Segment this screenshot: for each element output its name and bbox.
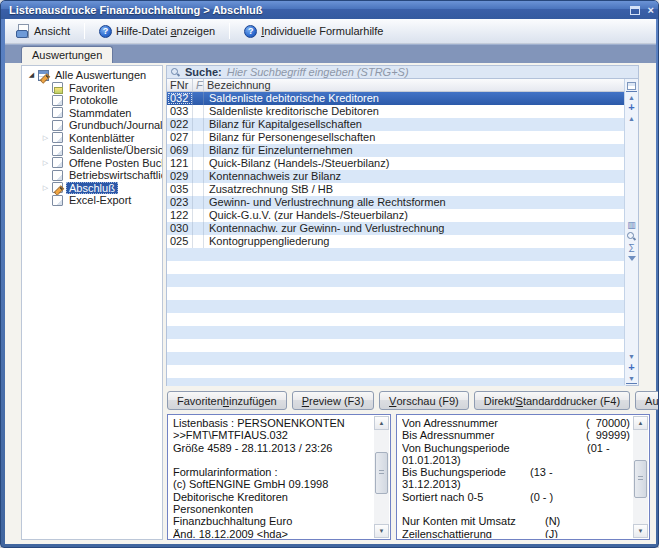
app-window: Listenausdrucke Finanzbuchhaltung > Absc… (0, 0, 659, 548)
table-row[interactable]: 029Kontennachweis zur Bilanz (167, 170, 626, 183)
columns-icon[interactable] (626, 220, 637, 231)
expander-icon[interactable] (40, 184, 51, 192)
column-header-bezeichnung[interactable]: Bezeichnung (204, 79, 626, 91)
help-icon (99, 25, 112, 38)
ansicht-label: Ansicht (34, 25, 70, 37)
table-row[interactable]: 030Kontennachw. zur Gewinn- und Verlustr… (167, 222, 626, 235)
scroll-down-icon[interactable] (633, 524, 648, 538)
filter-icon[interactable] (626, 253, 637, 264)
window-title: Listenausdrucke Finanzbuchhaltung > Absc… (9, 4, 630, 16)
auswertung-drucken-button[interactable]: Auswertung drucken (635, 391, 659, 410)
report-options-text: Von Adressnummer( 70000) Bis Adressnumme… (402, 417, 632, 538)
sidebar-item-alle-auswertungen[interactable]: Alle Auswertungen (22, 69, 162, 82)
sum-icon[interactable] (626, 242, 637, 253)
table-row[interactable]: 023Gewinn- und Verlustrechnung alle Rech… (167, 196, 626, 209)
sidebar-tree: Alle Auswertungen Favoriten Protokolle S… (21, 65, 163, 540)
sidebar-item-kontenblaetter[interactable]: Kontenblätter (22, 132, 162, 145)
direkt-standarddrucker-button[interactable]: Direkt/Standarddrucker (F4) (474, 391, 630, 410)
document-icon (52, 107, 63, 118)
expander-icon[interactable] (40, 134, 51, 142)
select-all-icon[interactable] (627, 82, 636, 90)
document-icon (52, 195, 63, 206)
search-rows-icon[interactable] (626, 231, 637, 242)
sidebar-item-saldenliste-uebersicht[interactable]: Saldenliste/Übersicht (22, 144, 162, 157)
empty-rows-area (167, 248, 626, 386)
table-row[interactable]: 035Zusatzrechnung StB / HB (167, 183, 626, 196)
sidebar-item-abschluss[interactable]: Abschluß (22, 182, 162, 195)
append-row-icon[interactable] (626, 362, 637, 373)
action-button-row: Favoriten hinzufügen Preview (F3) Vorsch… (167, 391, 659, 410)
toolbar: Ansicht Hilfe-Datei anzeigen Individuell… (5, 19, 656, 44)
sidebar-item-betriebswirtschaftliche-auswertungen[interactable]: Betriebswirtschaftliche Auswertungen (22, 169, 162, 182)
report-root-icon (38, 70, 49, 81)
document-edit-icon (52, 182, 63, 193)
hilfe-datei-label: Hilfe-Datei anzeigen (116, 25, 215, 37)
search-icon (171, 68, 180, 77)
table-row[interactable]: 025Kontogruppengliederung (167, 235, 626, 248)
table-row[interactable]: 121Quick-Bilanz (Handels-/Steuerbilanz) (167, 157, 626, 170)
sidebar-item-protokolle[interactable]: Protokolle (22, 94, 162, 107)
document-icon (52, 120, 63, 131)
scroll-thumb[interactable] (375, 452, 388, 494)
report-table: FNr F Bezeichnung 032Saldenliste debitor… (166, 79, 639, 386)
table-row[interactable]: 122Quick-G.u.V. (zur Handels-/Steuerbila… (167, 209, 626, 222)
grid-scroll-strip (624, 79, 638, 385)
restore-icon[interactable] (630, 6, 640, 15)
titlebar: Listenausdrucke Finanzbuchhaltung > Absc… (1, 1, 659, 19)
document-icon (52, 157, 63, 168)
scrollbar (633, 416, 648, 538)
tab-auswertungen[interactable]: Auswertungen (21, 46, 113, 63)
close-icon[interactable] (648, 6, 654, 15)
scrollbar (374, 416, 389, 538)
search-label: Suche: (185, 66, 222, 78)
content-area: Alle Auswertungen Favoriten Protokolle S… (5, 63, 656, 544)
table-header: FNr F Bezeichnung (167, 79, 626, 92)
table-row[interactable]: 033Saldenliste kreditorische Debitoren (167, 105, 626, 118)
table-row[interactable]: 027Bilanz für Personengesellschaften (167, 131, 626, 144)
hilfe-datei-anzeigen-button[interactable]: Hilfe-Datei anzeigen (92, 22, 222, 41)
expander-icon[interactable] (40, 159, 51, 167)
document-icon (52, 132, 63, 143)
scroll-up-icon[interactable] (374, 416, 389, 430)
main-area: Suche: Hier Suchbegriff eingeben (STRG+S… (166, 65, 650, 540)
favoriten-hinzufuegen-button[interactable]: Favoriten hinzufügen (167, 391, 287, 410)
tab-strip: Auswertungen (5, 44, 656, 63)
column-header-f[interactable]: F (193, 79, 204, 91)
tab-label: Auswertungen (32, 49, 102, 61)
scroll-down-icon[interactable] (374, 524, 389, 538)
report-options-panel: Von Adressnummer( 70000) Bis Adressnumme… (396, 414, 650, 540)
page-up-icon[interactable] (626, 113, 637, 124)
help-icon (244, 25, 257, 38)
vorschau-button[interactable]: Vorschau (F9) (379, 391, 469, 410)
sidebar-item-stammdaten[interactable]: Stammdaten (22, 107, 162, 120)
search-input[interactable]: Hier Suchbegriff eingeben (STRG+S) (227, 66, 409, 78)
search-bar[interactable]: Suche: Hier Suchbegriff eingeben (STRG+S… (166, 65, 639, 79)
sidebar-item-excel-export[interactable]: Excel-Export (22, 194, 162, 207)
window-controls (630, 6, 654, 15)
column-header-fnr[interactable]: FNr (167, 79, 193, 91)
add-row-icon[interactable] (626, 102, 637, 113)
individuelle-formularhilfe-button[interactable]: Individuelle Formularhilfe (237, 22, 390, 41)
expander-icon[interactable] (26, 71, 37, 79)
form-info-panel: Listenbasis : PERSONENKONTEN >>FMT\FMTFI… (167, 414, 391, 540)
scroll-last-icon[interactable] (626, 373, 637, 384)
table-row[interactable]: 069Bilanz für Einzelunternehmen (167, 144, 626, 157)
document-icon (52, 170, 63, 181)
scroll-thumb[interactable] (634, 460, 647, 498)
favorites-icon (52, 82, 63, 93)
view-icon (16, 24, 30, 38)
table-row[interactable]: 032Saldenliste debitorische Kreditoren (167, 92, 626, 105)
table-body: 032Saldenliste debitorische Kreditoren 0… (167, 92, 626, 248)
sidebar-item-grundbuch-journale[interactable]: Grundbuch/Journale (22, 119, 162, 132)
document-icon (52, 95, 63, 106)
table-row[interactable]: 022Bilanz für Kapitalgesellschaften (167, 118, 626, 131)
preview-button[interactable]: Preview (F3) (292, 391, 374, 410)
toolbar-separator (229, 23, 230, 39)
sidebar-item-offene-posten-buchhaltung[interactable]: Offene Posten Buchhaltung (22, 157, 162, 170)
formularhilfe-label: Individuelle Formularhilfe (261, 25, 383, 37)
form-info-text: Listenbasis : PERSONENKONTEN >>FMT\FMTFI… (173, 417, 373, 538)
ansicht-button[interactable]: Ansicht (9, 21, 77, 41)
document-icon (52, 145, 63, 156)
toolbar-separator (84, 23, 85, 39)
scroll-up-icon[interactable] (633, 416, 648, 430)
